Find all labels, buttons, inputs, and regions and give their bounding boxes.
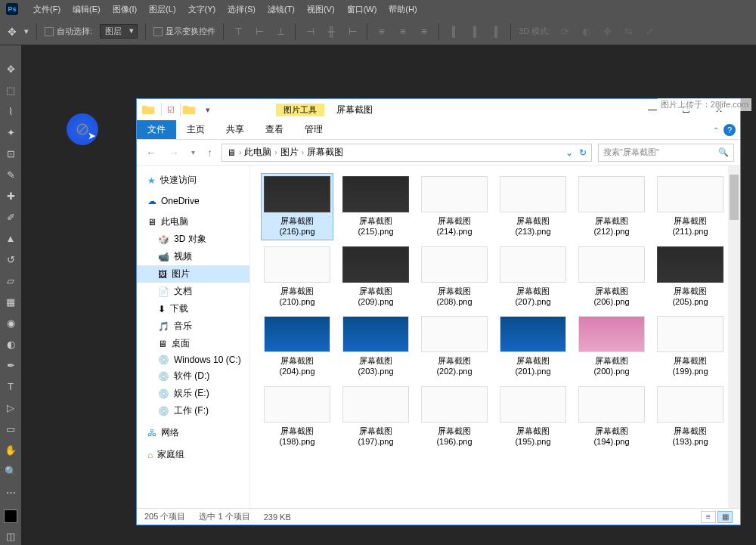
file-item[interactable]: 屏幕截图 (199).png xyxy=(654,313,727,380)
breadcrumb-bar[interactable]: 🖥 › 此电脑 › 图片 › 屏幕截图 ⌄ ↻ xyxy=(222,144,592,162)
quick-mask-tool[interactable]: ◫ xyxy=(2,528,19,544)
picture-tools-tab[interactable]: 图片工具 xyxy=(276,104,324,116)
breadcrumb-dropdown-icon[interactable]: ⌄ xyxy=(565,147,573,158)
file-grid[interactable]: 屏幕截图 (216).png屏幕截图 (215).png屏幕截图 (214).p… xyxy=(250,166,728,508)
qat-properties-icon[interactable]: ☑ xyxy=(164,103,178,116)
brush-tool[interactable]: ✐ xyxy=(2,209,19,225)
sidebar-item[interactable]: ⬇下载 xyxy=(137,300,249,317)
zoom-tool[interactable]: 🔍 xyxy=(2,463,19,479)
ribbon-tab[interactable]: 共享 xyxy=(215,120,255,139)
eyedropper-tool[interactable]: ✎ xyxy=(2,166,19,183)
align-bottom-icon[interactable]: ⊥ xyxy=(274,25,287,39)
file-item[interactable]: 屏幕截图 (208).png xyxy=(418,243,491,311)
file-item[interactable]: 屏幕截图 (196).png xyxy=(418,383,491,451)
view-details-button[interactable]: ≡ xyxy=(701,511,716,523)
file-item[interactable]: 屏幕截图 (203).png xyxy=(339,313,412,380)
3d-zoom-icon[interactable]: ⤢ xyxy=(643,25,656,39)
history-brush-tool[interactable]: ↺ xyxy=(2,251,19,268)
align-right-icon[interactable]: ⊢ xyxy=(345,25,359,39)
shape-tool[interactable]: ▭ xyxy=(2,420,19,437)
tool-preset-dropdown[interactable]: ▾ xyxy=(24,26,29,36)
align-vcenter-icon[interactable]: ⊢ xyxy=(253,25,266,39)
sidebar-item[interactable]: 💿工作 (F:) xyxy=(137,402,249,420)
align-hcenter-icon[interactable]: ╫ xyxy=(324,25,338,39)
lasso-tool[interactable]: ⌇ xyxy=(2,103,19,119)
magic-wand-tool[interactable]: ✦ xyxy=(2,124,19,141)
nav-recent-dropdown[interactable]: ▾ xyxy=(188,148,198,156)
ps-menu-item[interactable]: 文件(F) xyxy=(27,4,67,15)
ribbon-tab[interactable]: 管理 xyxy=(294,120,333,139)
sidebar-item[interactable]: 🖥桌面 xyxy=(137,335,249,352)
sidebar-network[interactable]: 🖧网络 xyxy=(137,424,249,441)
distribute-right-icon[interactable]: ║ xyxy=(489,25,503,39)
qat-dropdown-icon[interactable]: ▾ xyxy=(201,103,215,116)
auto-select-checkbox[interactable]: 自动选择: xyxy=(45,26,92,37)
edit-toolbar[interactable]: ⋯ xyxy=(2,484,19,500)
breadcrumb-pictures[interactable]: 图片 xyxy=(280,146,299,159)
scrollbar-thumb[interactable] xyxy=(730,175,739,220)
view-icons-button[interactable]: ▦ xyxy=(717,511,733,523)
file-item[interactable]: 屏幕截图 (216).png xyxy=(261,173,333,240)
nav-up-button[interactable]: ↑ xyxy=(204,147,215,159)
sidebar-this-pc[interactable]: 🖥此电脑 xyxy=(137,213,249,231)
file-item[interactable]: 屏幕截图 (207).png xyxy=(497,243,569,311)
file-item[interactable]: 屏幕截图 (193).png xyxy=(654,383,727,451)
3d-pan-icon[interactable]: ✥ xyxy=(600,25,614,39)
file-item[interactable]: 屏幕截图 (210).png xyxy=(261,243,333,311)
sidebar-quick-access[interactable]: ★快速访问 xyxy=(137,172,249,189)
align-left-icon[interactable]: ⊣ xyxy=(303,25,317,39)
sidebar-item[interactable]: 📹视频 xyxy=(137,248,249,265)
file-item[interactable]: 屏幕截图 (200).png xyxy=(575,313,648,380)
ps-menu-item[interactable]: 帮助(H) xyxy=(383,4,423,15)
distribute-left-icon[interactable]: ║ xyxy=(447,25,460,39)
qat-folder-icon[interactable] xyxy=(182,104,196,116)
sidebar-item[interactable]: 💿软件 (D:) xyxy=(137,367,249,385)
ps-menu-item[interactable]: 窗口(W) xyxy=(341,4,383,15)
help-icon[interactable]: ? xyxy=(723,124,736,136)
distribute-hcenter-icon[interactable]: ║ xyxy=(468,25,482,39)
ps-menu-item[interactable]: 滤镜(T) xyxy=(262,4,301,15)
ribbon-tab[interactable]: 文件 xyxy=(137,120,176,139)
sidebar-item[interactable]: 🎵音乐 xyxy=(137,317,249,335)
ps-menu-item[interactable]: 文字(Y) xyxy=(182,4,222,15)
ps-menu-item[interactable]: 选择(S) xyxy=(222,4,262,15)
dodge-tool[interactable]: ◐ xyxy=(2,336,19,352)
show-transform-checkbox[interactable]: 显示变换控件 xyxy=(153,26,215,37)
ribbon-expand-icon[interactable]: ⌃ xyxy=(713,126,719,135)
blur-tool[interactable]: ◉ xyxy=(2,314,19,331)
search-input[interactable]: 搜索"屏幕截图" 🔍 xyxy=(598,144,734,162)
sidebar-item[interactable]: 🖼图片 xyxy=(137,265,249,283)
3d-slide-icon[interactable]: ⇆ xyxy=(621,25,635,39)
file-item[interactable]: 屏幕截图 (215).png xyxy=(339,173,412,240)
3d-orbit-icon[interactable]: ⟳ xyxy=(558,25,572,39)
file-item[interactable]: 屏幕截图 (211).png xyxy=(654,173,727,240)
nav-back-button[interactable]: ← xyxy=(143,147,160,159)
3d-roll-icon[interactable]: ◐ xyxy=(579,25,593,39)
sidebar-homegroup[interactable]: ⌂家庭组 xyxy=(137,446,249,463)
sidebar-onedrive[interactable]: ☁OneDrive xyxy=(137,194,249,209)
move-tool[interactable]: ✥ xyxy=(2,60,19,77)
file-item[interactable]: 屏幕截图 (194).png xyxy=(575,383,648,451)
ps-menu-item[interactable]: 图层(L) xyxy=(143,4,181,15)
file-item[interactable]: 屏幕截图 (204).png xyxy=(261,313,333,380)
file-item[interactable]: 屏幕截图 (206).png xyxy=(575,243,648,311)
auto-select-target[interactable]: 图层 xyxy=(100,24,138,39)
distribute-top-icon[interactable]: ≡ xyxy=(375,25,389,39)
clone-stamp-tool[interactable]: ▲ xyxy=(2,230,19,246)
ps-menu-item[interactable]: 编辑(E) xyxy=(67,4,107,15)
file-item[interactable]: 屏幕截图 (205).png xyxy=(654,243,727,311)
eraser-tool[interactable]: ▱ xyxy=(2,272,19,289)
refresh-icon[interactable]: ↻ xyxy=(579,147,587,158)
sidebar-item[interactable]: 💿Windows 10 (C:) xyxy=(137,352,249,367)
crop-tool[interactable]: ⊡ xyxy=(2,145,19,162)
explorer-titlebar[interactable]: ☑ ▾ 图片工具 屏幕截图 ― ☐ ✕ xyxy=(137,99,740,120)
file-item[interactable]: 屏幕截图 (202).png xyxy=(418,313,491,380)
nav-forward-button[interactable]: → xyxy=(166,147,182,159)
file-item[interactable]: 屏幕截图 (212).png xyxy=(575,173,648,240)
ribbon-tab[interactable]: 主页 xyxy=(176,120,215,139)
file-item[interactable]: 屏幕截图 (214).png xyxy=(418,173,491,240)
pen-tool[interactable]: ✒ xyxy=(2,357,19,373)
gradient-tool[interactable]: ▦ xyxy=(2,293,19,310)
healing-tool[interactable]: ✚ xyxy=(2,187,19,204)
ps-menu-item[interactable]: 视图(V) xyxy=(301,4,341,15)
